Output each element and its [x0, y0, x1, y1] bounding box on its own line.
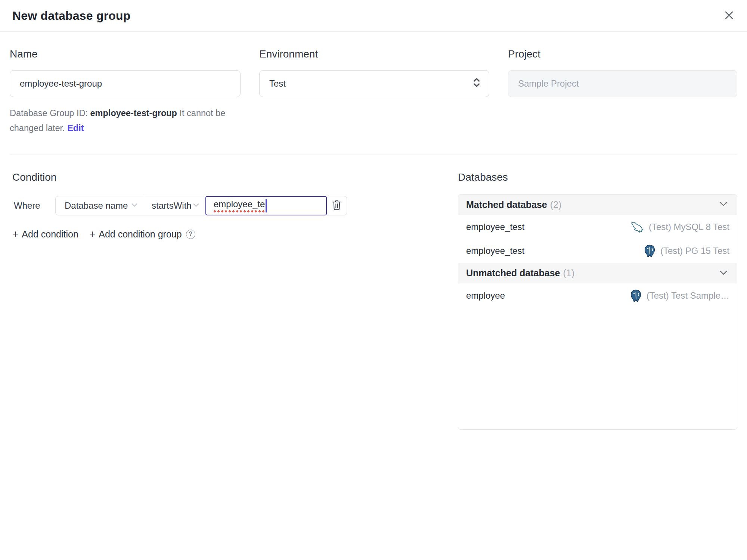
project-input: Sample Project — [508, 70, 737, 97]
condition-section: Condition Where Database name startsWith — [10, 171, 439, 430]
matched-count: (2) — [550, 199, 562, 210]
databases-heading: Databases — [458, 171, 737, 184]
unmatched-database-header[interactable]: Unmatched database(1) — [458, 263, 737, 283]
add-condition-label: Add condition — [22, 229, 78, 240]
help-glyph: ? — [189, 231, 192, 237]
project-value: Sample Project — [518, 78, 579, 89]
plus-icon: + — [12, 228, 18, 240]
mysql-icon — [630, 221, 645, 233]
postgres-icon — [629, 289, 642, 303]
group-id-help: Database Group ID: employee-test-group I… — [10, 106, 241, 136]
chevron-down-icon — [130, 201, 139, 211]
close-icon — [723, 9, 735, 23]
unmatched-database-title: Unmatched database(1) — [466, 268, 574, 279]
database-name: employee_test — [466, 222, 524, 232]
delete-condition-button[interactable] — [327, 196, 347, 215]
database-row[interactable]: employee_test (Test) PG 15 Test — [458, 239, 737, 263]
condition-value-text: employee_te — [214, 199, 265, 213]
where-label: Where — [14, 196, 55, 215]
database-instance: (Test) Test Sample… — [629, 289, 729, 303]
text-caret — [266, 199, 267, 212]
matched-database-header[interactable]: Matched database(2) — [458, 195, 737, 215]
chevron-down-icon — [718, 199, 729, 211]
database-instance: (Test) PG 15 Test — [643, 244, 729, 258]
database-name: employee_test — [466, 246, 524, 256]
group-id-value: employee-test-group — [90, 108, 177, 118]
database-row[interactable]: employee (Test) Test Sample… — [458, 283, 737, 308]
condition-row: Where Database name startsWith — [10, 196, 439, 215]
chevron-down-icon — [192, 201, 200, 211]
name-field-group: Name Database Group ID: employee-test-gr… — [10, 48, 241, 136]
dialog-content: Condition Where Database name startsWith — [0, 155, 747, 430]
edit-group-id-link[interactable]: Edit — [67, 123, 84, 133]
form-row: Name Database Group ID: employee-test-gr… — [0, 32, 747, 136]
group-id-prefix: Database Group ID: — [10, 108, 90, 118]
database-row[interactable]: employee_test (Test) MySQL 8 Test — [458, 215, 737, 239]
database-instance: (Test) MySQL 8 Test — [630, 221, 729, 233]
databases-panel: Matched database(2) employee_test — [458, 194, 737, 430]
environment-label: Environment — [259, 48, 489, 60]
plus-icon: + — [89, 228, 95, 240]
matched-database-title: Matched database(2) — [466, 199, 561, 210]
trash-icon — [332, 199, 342, 212]
name-input[interactable] — [10, 70, 241, 97]
unmatched-count: (1) — [563, 268, 574, 278]
condition-field-select[interactable]: Database name — [55, 196, 144, 215]
instance-label: (Test) MySQL 8 Test — [649, 222, 729, 232]
help-icon[interactable]: ? — [186, 230, 195, 239]
add-condition-button[interactable]: + Add condition — [12, 228, 78, 240]
environment-value: Test — [269, 78, 286, 89]
condition-actions: + Add condition + Add condition group ? — [12, 228, 439, 240]
dialog-title: New database group — [12, 9, 131, 23]
condition-operator-select[interactable]: startsWith — [144, 196, 205, 215]
new-database-group-dialog: New database group Name Database Group I… — [0, 0, 747, 560]
add-condition-group-label: Add condition group — [99, 229, 182, 240]
unmatched-database-rows: employee (Test) Test Sample… — [458, 283, 737, 308]
databases-section: Databases Matched database(2) empl — [458, 171, 737, 430]
instance-label: (Test) PG 15 Test — [660, 246, 729, 256]
updown-chevrons-icon — [472, 77, 481, 91]
project-field-group: Project Sample Project — [508, 48, 737, 136]
condition-value-input[interactable]: employee_te — [205, 196, 327, 215]
chevron-down-icon — [718, 267, 729, 279]
matched-database-rows: employee_test (Test) MySQL 8 Test employ… — [458, 215, 737, 263]
environment-select[interactable]: Test — [259, 70, 489, 97]
condition-heading: Condition — [12, 171, 439, 184]
condition-field-value: Database name — [65, 200, 128, 211]
environment-field-group: Environment Test — [259, 48, 489, 136]
dialog-header: New database group — [0, 0, 747, 32]
name-label: Name — [10, 48, 241, 60]
instance-label: (Test) Test Sample… — [647, 290, 729, 301]
close-button[interactable] — [721, 7, 737, 24]
add-condition-group-button[interactable]: + Add condition group — [89, 228, 182, 240]
postgres-icon — [643, 244, 656, 258]
condition-operator-value: startsWith — [152, 200, 192, 211]
database-name: employee — [466, 290, 505, 301]
project-label: Project — [508, 48, 737, 60]
